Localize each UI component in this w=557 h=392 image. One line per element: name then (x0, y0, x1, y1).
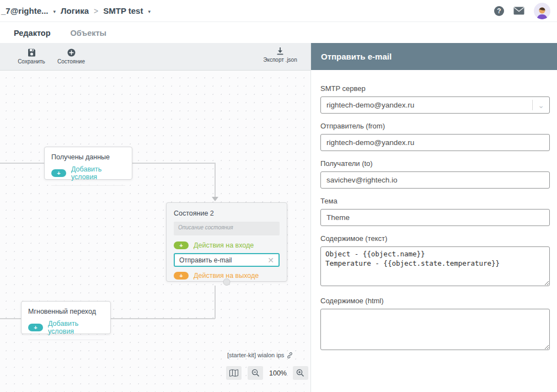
smtp-server-label: SMTP сервер (320, 84, 550, 93)
tab-objects[interactable]: Объекты (71, 29, 106, 37)
state-description-input[interactable]: Описание состояния (174, 222, 280, 235)
logic-canvas[interactable]: Получены данные + Добавить условия Состо… (0, 71, 310, 392)
caret-down-icon[interactable]: ▾ (148, 8, 151, 14)
node-state-2[interactable]: Состояние 2 Описание состояния + Действи… (166, 202, 287, 282)
save-label: Сохранить (18, 58, 45, 65)
view-tabs: Редактор Объекты (0, 23, 557, 43)
automaton-link[interactable]: [starter-kit] wialon ips (227, 352, 293, 358)
smtp-server-select[interactable]: rightech-demo@yandex.ru ⌄ (320, 96, 550, 114)
content-text-label: Содержимое (текст) (320, 234, 550, 243)
breadcrumb-separator: > (94, 7, 98, 15)
zoom-in-button[interactable] (293, 366, 308, 380)
mail-icon[interactable] (513, 7, 524, 15)
zoom-out-icon (251, 369, 260, 377)
breadcrumb: _7@righte... ▾ Логика > SMTP test ▾ (1, 6, 151, 15)
editor-column: Сохранить Состояние Экспорт .json (0, 43, 310, 392)
zoom-out-button[interactable] (248, 366, 263, 380)
edge-received-to-state2 (132, 163, 216, 164)
add-state-button[interactable]: Состояние (55, 49, 87, 65)
top-navbar: _7@righte... ▾ Логика > SMTP test ▾ ? (0, 0, 557, 22)
selected-action-label: Отправить e-mail (179, 256, 232, 264)
minimap-button[interactable] (226, 366, 242, 380)
node-output-connector[interactable] (223, 278, 231, 286)
panel-header: Отправить e-mail (311, 43, 557, 70)
node-title: Состояние 2 (174, 210, 280, 217)
plus-pill-icon[interactable]: + (28, 324, 43, 331)
from-label: Отправитель (from) (320, 122, 550, 130)
rightech-logic-editor: _7@righte... ▾ Логика > SMTP test ▾ ? Ре… (0, 0, 557, 392)
editor-toolbar: Сохранить Состояние Экспорт .json (0, 43, 310, 71)
export-json-button[interactable]: Экспорт .json (264, 47, 296, 63)
actions-on-enter-label[interactable]: Действия на входе (194, 241, 254, 249)
plus-pill-icon[interactable]: + (174, 241, 189, 249)
save-icon (28, 49, 36, 57)
content-html-label: Содержимое (html) (320, 297, 550, 305)
add-conditions-link[interactable]: Добавить условия (71, 165, 125, 181)
actions-on-enter-row: + Действия на входе (174, 241, 280, 249)
automaton-link-label: [starter-kit] wialon ips (227, 352, 284, 358)
download-icon (276, 47, 284, 55)
node-instant-transition[interactable]: Мгновенный переход + Добавить условия (21, 301, 111, 334)
selected-action-chip[interactable]: Отправить e-mail ✕ (174, 253, 280, 267)
subject-field[interactable] (320, 209, 550, 226)
canvas-controls: 100% (226, 366, 308, 380)
plus-pill-icon[interactable]: + (51, 169, 66, 177)
edge-received-to-state2-drop (215, 163, 216, 197)
edge-arrow-icon (212, 197, 218, 201)
user-avatar[interactable] (534, 3, 550, 19)
content-html-field[interactable] (320, 309, 550, 350)
caret-down-icon[interactable]: ▾ (53, 8, 56, 14)
from-field[interactable] (320, 134, 550, 151)
zoom-level: 100% (269, 369, 287, 377)
project-switcher[interactable]: _7@righte... (1, 6, 48, 15)
map-icon (229, 369, 238, 377)
smtp-server-value: rightech-demo@yandex.ru (321, 101, 532, 109)
to-field[interactable] (320, 171, 550, 189)
add-conditions-row: + Добавить условия (28, 320, 104, 340)
link-icon (287, 352, 293, 358)
edge-into-instant (0, 318, 21, 319)
add-state-label: Состояние (57, 58, 85, 65)
breadcrumb-page[interactable]: SMTP test (103, 6, 143, 15)
node-title: Получены данные (51, 153, 125, 161)
close-icon[interactable]: ✕ (267, 256, 274, 265)
add-conditions-row: + Добавить условия (51, 165, 125, 186)
save-button[interactable]: Сохранить (15, 49, 47, 65)
to-label: Получатели (to) (320, 159, 550, 168)
navbar-actions: ? (494, 3, 550, 19)
content-text-field[interactable]: Object - {{object.name}} Temperature - {… (320, 246, 550, 286)
help-icon[interactable]: ? (494, 6, 504, 16)
edge-into-received (0, 163, 44, 164)
subject-label: Тема (320, 197, 550, 205)
plus-circle-icon (67, 49, 76, 57)
add-conditions-link[interactable]: Добавить условия (48, 320, 104, 335)
node-received-data[interactable]: Получены данные + Добавить условия (44, 147, 132, 180)
content: Сохранить Состояние Экспорт .json (0, 43, 557, 392)
tab-editor[interactable]: Редактор (14, 29, 51, 37)
breadcrumb-section[interactable]: Логика (61, 6, 89, 15)
node-title: Мгновенный переход (28, 308, 104, 315)
export-json-label: Экспорт .json (263, 57, 297, 63)
edge-state2-out (215, 286, 216, 319)
panel-form: SMTP сервер rightech-demo@yandex.ru ⌄ От… (311, 70, 557, 352)
action-panel: Отправить e-mail SMTP сервер rightech-de… (310, 43, 557, 392)
plus-pill-icon[interactable]: + (174, 272, 189, 280)
chevron-down-icon: ⌄ (533, 101, 549, 110)
panel-title: Отправить e-mail (321, 52, 392, 61)
edge-state2-to-instant (110, 318, 215, 319)
zoom-in-icon (296, 369, 304, 377)
